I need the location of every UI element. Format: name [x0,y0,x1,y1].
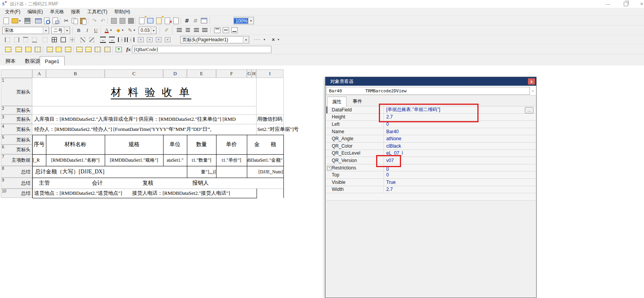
align-left-icon[interactable] [175,26,183,34]
add-row-below-icon[interactable]: + [147,37,153,42]
field-row4-right[interactable]: Set2."对应单据"]号 [257,125,301,134]
border-all-icon[interactable] [52,37,57,42]
new-band-icon[interactable]: ★ [138,17,146,25]
total-qty-cell[interactable]: 量"],,,)] [187,166,216,178]
table-cell-1[interactable]: [RMDBDataSet1."名称"] [46,154,104,166]
diagonal-up-icon[interactable] [80,37,85,42]
property-row-qr_color[interactable]: QR_ColorclBlack [326,143,535,150]
align-right-icon[interactable] [192,26,200,34]
valign-bottom-icon[interactable] [231,26,238,34]
cell-content-icon[interactable] [115,46,123,53]
border-left-icon[interactable] [5,37,10,42]
property-row-restrictions[interactable]: Restrictions+[] [326,164,535,172]
property-row-name[interactable]: NameBar40 [326,128,535,136]
table-header-6[interactable]: 金 额 [247,135,283,154]
qr-caption[interactable]: 用微信扫码 [256,115,283,124]
band-row2-icon[interactable] [85,47,91,52]
font-name-combo[interactable]: 宋体▾ [2,26,49,34]
sheet-tab-0[interactable]: 脚本 [1,57,20,65]
close-button[interactable]: ✕ [639,1,644,7]
insert-row-icon[interactable] [5,47,11,52]
column-header-H[interactable]: H [252,69,256,78]
split-window-icon[interactable] [200,17,208,25]
split-col-icon[interactable] [56,47,62,52]
table-header-4[interactable]: 数量 [187,135,216,154]
menu-item-5[interactable]: 帮助(H) [111,9,134,15]
delete-page-icon[interactable]: × [164,17,171,25]
column-header-B[interactable]: B [46,69,105,78]
merge-warn-icon[interactable] [65,47,71,52]
formula-icon[interactable]: fx [125,46,132,53]
menu-item-4[interactable]: 工具栏(T) [84,9,111,15]
object-selector[interactable]: Bar40 TRMBarcode2DView [326,87,530,95]
blank-page-icon[interactable] [172,17,180,25]
border-right-icon[interactable] [14,37,19,42]
inspector-title-bar[interactable]: 对象查看器 x [326,77,536,86]
sign-label-0[interactable]: 主管 [39,178,70,189]
column-header-C[interactable]: C [105,69,163,78]
fill-color-dropdown-icon[interactable]: ▾ [121,26,125,34]
border-top-icon[interactable] [23,37,28,42]
valign-top-icon[interactable] [213,26,221,34]
sign-label-3[interactable]: 报销人 [192,178,223,189]
property-row-visible[interactable]: VisibleTrue [326,179,535,186]
total-label-cell[interactable]: 总计金额（大写）[DJJE_DX] [33,166,189,178]
property-row-datafield[interactable]: DataField[单据总账表."单据二维码"]… [326,106,535,114]
table-header-0[interactable]: 序号 [32,135,46,154]
row-header-2[interactable]: 2页标头 [1,106,32,115]
sign-label-1[interactable]: 会计 [92,178,123,189]
page-setup-icon[interactable] [51,17,59,25]
property-row-qr_ecclevel[interactable]: QR_EccLeveleL_07_l [326,150,535,157]
bring-front-icon[interactable] [110,17,118,25]
formula-bar[interactable]: [QBarCode] [132,46,271,53]
property-row-width[interactable]: Width2.7 [326,186,535,194]
save-icon[interactable] [23,17,31,25]
delete-row-icon[interactable] [16,47,22,52]
sign-label-2[interactable]: 复核 [143,178,174,189]
table-cell-5[interactable]: t1."单价"] [216,154,246,166]
line-width-combo-dropdown-icon[interactable]: ▾ [151,27,156,34]
total-num-cell[interactable]: [DJJE_Num] [247,166,284,178]
print-icon[interactable] [34,17,42,25]
chevron-down-icon[interactable]: ⌄ [531,88,535,93]
align-justify-icon[interactable] [201,26,209,34]
grid-corner-cell[interactable] [1,69,32,78]
column-header-E[interactable]: E [187,69,216,78]
property-row-left[interactable]: Left0 [326,121,535,128]
table-cell-3[interactable]: ataSet1." [164,154,187,166]
column-header-I[interactable]: I [256,69,283,78]
zoom-combo-dropdown-icon[interactable]: ▾ [248,18,253,24]
column-header-F[interactable]: F [216,69,247,78]
diagonal-down-icon[interactable] [89,37,94,42]
new-report-icon[interactable] [2,17,10,25]
valign-center-icon[interactable] [222,26,230,34]
row-spread-icon[interactable]: ↔ [100,37,106,43]
ellipsis-button[interactable]: … [525,107,533,113]
row-header-4[interactable]: 4页标头 [1,124,32,135]
menu-item-0[interactable]: 文件(F) [2,9,24,15]
print-preview-icon[interactable] [43,17,51,25]
open-dropdown-icon[interactable]: ▾ [18,17,22,25]
font-name-combo-dropdown-icon[interactable]: ▾ [43,27,49,34]
show-grid-icon[interactable]: # [183,17,191,25]
table-header-5[interactable]: 单价 [216,135,247,154]
row-header-3[interactable]: 3页标头 [1,115,32,124]
table-header-1[interactable]: 材料名称 [46,135,105,154]
insert-table-icon[interactable] [146,17,154,25]
column-header-D[interactable]: D [163,69,187,78]
row-header-10[interactable]: 10总结 [1,189,32,198]
line-width-combo[interactable]: 0.03▾ [139,26,157,34]
italic-icon[interactable]: I [83,26,91,34]
zoom-combo[interactable]: 100%▾ [234,17,254,25]
field-row3[interactable]: 入库项目：[RMDBDataSet2."入库项目或仓库"] 供应商：[RMDBD… [34,115,255,123]
table-cell-0[interactable]: [_R [33,154,46,166]
line-style-dropdown-icon[interactable]: ▾ [262,36,266,44]
highlight-icon[interactable]: ✐ [163,26,171,34]
open-report-icon[interactable] [11,17,19,25]
row-header-9[interactable]: 9总结 [1,178,32,189]
row-header-6[interactable]: 6页标头 [1,145,32,154]
sheet-tab-2[interactable]: Page1 [40,56,65,66]
row-header-7[interactable]: 7主项数据 [1,154,32,166]
border-bottom-icon[interactable] [32,37,37,42]
band-col-icon[interactable] [95,47,101,52]
